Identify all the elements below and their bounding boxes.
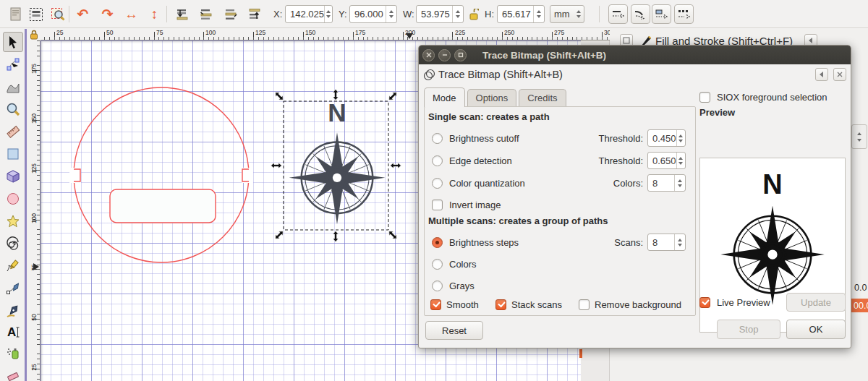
option-brightness-steps[interactable]: Brightness steps	[432, 234, 519, 250]
left-arrow-icon	[819, 72, 825, 77]
red-circle-path[interactable]	[74, 87, 249, 262]
raise-one-step-button[interactable]	[221, 4, 240, 24]
tool-spiral[interactable]	[3, 234, 23, 254]
tab-options[interactable]: Options	[467, 89, 517, 108]
colors-spinbox[interactable]: 8	[647, 174, 686, 192]
tab-credits[interactable]: Credits	[519, 89, 566, 108]
tool-calligraphy[interactable]	[3, 301, 23, 321]
horizontal-ruler[interactable]: 25 50 75 100 125 150 175 200 225 250 275…	[41, 29, 610, 40]
checkbox-stack-scans[interactable]	[495, 299, 506, 310]
radio-grays[interactable]	[432, 281, 443, 291]
checkbox-smooth[interactable]	[430, 299, 441, 310]
tool-measure[interactable]	[3, 121, 23, 142]
tool-star[interactable]	[3, 211, 23, 231]
ruler-corner-lock[interactable]	[27, 29, 41, 40]
stop-button[interactable]: Stop	[717, 320, 780, 339]
dialog-close-button[interactable]	[833, 68, 846, 81]
spinner[interactable]	[676, 153, 685, 168]
tab-mode[interactable]: Mode	[424, 87, 465, 107]
vertical-ruler[interactable]: 175 150 125 100 75 50 25	[29, 40, 41, 381]
flag-remove-background[interactable]: Remove background	[579, 296, 681, 312]
checkbox-live-preview[interactable]	[699, 297, 710, 308]
brightness-threshold-spinbox[interactable]: 0.450	[647, 129, 686, 147]
radio-color-quantization[interactable]	[432, 178, 443, 189]
h-field-value[interactable]: 65.617	[498, 9, 533, 20]
option-colors[interactable]: Colors	[432, 256, 477, 272]
y-field[interactable]: 96.000	[349, 5, 397, 23]
checkbox-siox[interactable]	[699, 92, 710, 103]
tool-rectangle[interactable]	[3, 144, 23, 164]
dialog-float-button[interactable]	[815, 68, 828, 81]
window-titlebar[interactable]: Trace Bitmap (Shift+Alt+B)	[419, 46, 851, 64]
x-field-spinner[interactable]	[324, 6, 332, 22]
option-grays[interactable]: Grays	[432, 278, 475, 294]
scans-spinbox[interactable]: 8	[647, 234, 686, 251]
tool-zoom[interactable]	[3, 99, 23, 119]
select-all-button[interactable]	[26, 4, 46, 24]
unit-spinner[interactable]	[574, 6, 584, 22]
transform-pattern-toggle[interactable]	[674, 4, 694, 24]
raise-to-top-button[interactable]	[244, 4, 264, 24]
w-field-spinner[interactable]	[452, 6, 463, 22]
tool-3d-box[interactable]	[3, 166, 23, 187]
flip-vertical-button[interactable]: ↕	[145, 4, 164, 24]
spinner[interactable]	[676, 130, 685, 146]
zoom-drawing-button[interactable]	[48, 4, 67, 24]
tool-text[interactable]: A	[3, 322, 23, 342]
spinner[interactable]	[674, 234, 685, 250]
checkbox-invert-image[interactable]	[432, 200, 443, 210]
hidden-spinner[interactable]	[851, 124, 867, 149]
flag-smooth[interactable]: Smooth	[430, 296, 479, 312]
tool-pencil[interactable]	[3, 256, 23, 276]
y-field-value[interactable]: 96.000	[350, 9, 386, 20]
live-preview-option[interactable]: Live Preview	[699, 294, 770, 310]
h-field-spinner[interactable]	[533, 6, 544, 22]
tool-node-editor[interactable]	[3, 54, 23, 74]
flag-stack-scans[interactable]: Stack scans	[495, 296, 562, 312]
lower-one-step-button[interactable]	[196, 4, 216, 24]
flip-horizontal-button[interactable]: ↔	[122, 4, 141, 24]
radio-colors[interactable]	[432, 259, 443, 270]
option-edge-detection[interactable]: Edge detection	[432, 153, 512, 168]
lower-to-bottom-button[interactable]	[172, 4, 192, 24]
radio-brightness-steps[interactable]	[432, 237, 443, 248]
tool-bezier-pen[interactable]	[3, 278, 23, 299]
undo-button[interactable]: ↶	[73, 4, 93, 24]
lock-aspect-button[interactable]	[467, 4, 481, 24]
tool-ellipse[interactable]	[3, 189, 23, 209]
alpha-value-field[interactable]: 00.0	[851, 299, 868, 312]
rounded-slot-rect[interactable]	[110, 189, 216, 223]
window-close-button[interactable]	[422, 49, 435, 61]
ok-button[interactable]: OK	[786, 320, 846, 339]
tool-spray[interactable]	[3, 343, 23, 363]
radio-brightness-cutoff[interactable]	[432, 133, 443, 144]
reset-button[interactable]: Reset	[425, 321, 483, 340]
checkbox-remove-background[interactable]	[579, 299, 590, 310]
edge-threshold-spinbox[interactable]: 0.650	[647, 152, 686, 169]
transform-rotate-toggle[interactable]	[631, 4, 650, 24]
h-field[interactable]: 65.617	[497, 5, 545, 23]
option-brightness-cutoff[interactable]: Brightness cutoff	[432, 130, 519, 146]
x-field[interactable]: 142.025	[285, 5, 333, 23]
w-field-value[interactable]: 53.975	[417, 9, 452, 20]
redo-button[interactable]: ↷	[98, 4, 117, 24]
y-field-spinner[interactable]	[386, 6, 396, 22]
spinner[interactable]	[674, 175, 685, 191]
unit-select[interactable]: mm	[550, 5, 584, 23]
tool-tweak[interactable]	[3, 77, 23, 97]
window-minimize-button[interactable]	[438, 49, 451, 61]
transform-move-toggle[interactable]	[608, 4, 628, 24]
option-invert-image[interactable]: Invert image	[432, 197, 501, 213]
w-field[interactable]: 53.975	[416, 5, 464, 23]
transform-corners-toggle[interactable]	[652, 4, 671, 24]
tool-eraser[interactable]	[3, 365, 23, 381]
radio-edge-detection[interactable]	[432, 155, 443, 166]
x-field-value[interactable]: 142.025	[286, 9, 324, 20]
update-button[interactable]: Update	[786, 293, 846, 312]
window-maximize-button[interactable]	[454, 49, 467, 61]
siox-option[interactable]: SIOX foreground selection	[699, 89, 827, 105]
option-color-quantization[interactable]: Color quantization	[432, 175, 525, 191]
document-properties-button[interactable]	[6, 4, 25, 24]
tool-selector[interactable]	[3, 32, 23, 52]
compass-rose-object[interactable]	[289, 98, 386, 224]
